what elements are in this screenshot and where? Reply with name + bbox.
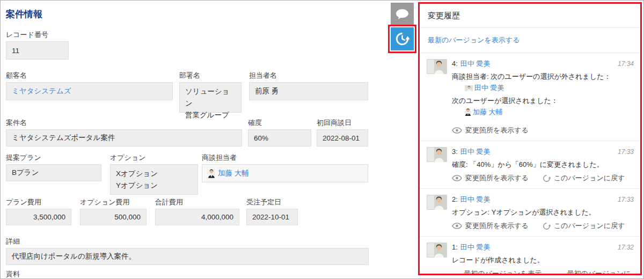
field-label: 部署名 <box>179 71 241 79</box>
field-value: 60% <box>248 129 311 146</box>
eye-icon <box>452 127 462 134</box>
field-first-meeting-date: 初回商談日 2022-08-01 <box>317 119 368 146</box>
removed-user-link[interactable]: 田中 愛美 <box>474 83 504 93</box>
eye-icon <box>452 275 460 275</box>
field-department: 部署名 ソリューション 営業グループ <box>179 71 241 113</box>
user-link[interactable]: 田中 愛美 <box>460 147 491 156</box>
show-first-version-action[interactable]: 最初のバージョンを表示する <box>452 269 543 275</box>
field-detail: 詳細 代理店向けポータルの新規導入案件。 <box>6 237 369 265</box>
show-latest-version-link[interactable]: 最新のバージョンを表示する <box>428 36 519 44</box>
field-value: 2022-10-01 <box>246 209 298 225</box>
user-avatar-small <box>465 108 471 116</box>
change-description: 確度: 「40%」から「60%」に変更されました。 <box>452 159 634 170</box>
change-description: 商談担当者: 次のユーザーの選択が外されました： <box>452 71 634 82</box>
user-avatar <box>427 195 447 210</box>
field-label: 商談担当者 <box>202 153 368 161</box>
field-case-name: 案件名 ミヤタシステムズポータル案件 <box>6 119 242 146</box>
field-value: Xオプション Yオプション <box>110 164 198 195</box>
revert-version-action[interactable]: このバージョンに戻す <box>543 222 625 230</box>
panel-title: 変更履歴 <box>420 4 640 28</box>
record-history-icon <box>395 32 409 46</box>
field-label: 担当者名 <box>249 71 368 79</box>
field-value: 前原 勇 <box>249 82 368 100</box>
timestamp: 17:32 <box>618 243 634 252</box>
field-value: 代理店向けポータルの新規導入案件。 <box>6 248 369 265</box>
change-description: 次のユーザーが選択されました： <box>452 96 634 106</box>
comment-bubble-icon <box>396 9 409 20</box>
user-link[interactable]: 田中 愛美 <box>460 243 491 252</box>
field-value: 3,500,000 <box>6 209 71 225</box>
change-description: レコードが作成されました。 <box>452 255 634 266</box>
field-customer-name: 顧客名 ミヤタシステムズ <box>6 71 173 100</box>
field-label: 受注予定日 <box>246 198 298 206</box>
field-label: プラン費用 <box>6 198 71 206</box>
field-label: 合計費用 <box>155 198 239 206</box>
field-label: 案件名 <box>6 119 242 127</box>
show-changes-action[interactable]: 変更箇所を表示する <box>452 222 529 230</box>
field-label: 提案プラン <box>6 153 101 161</box>
version-number: 3: <box>452 147 458 156</box>
version-number: 4: <box>452 59 458 68</box>
change-description: オプション: Yオプションが選択されました。 <box>452 207 634 218</box>
user-avatar <box>427 59 447 74</box>
history-entry: 3: 田中 愛美 17:33 確度: 「40%」から「60%」に変更されました。… <box>420 141 640 189</box>
field-value: ミヤタシステムズポータル案件 <box>6 129 242 146</box>
field-label: レコード番号 <box>6 31 69 39</box>
field-label: 詳細 <box>6 237 369 245</box>
field-label: 顧客名 <box>6 71 173 79</box>
field-probability: 確度 60% <box>248 119 311 146</box>
field-value: 500,000 <box>80 209 147 225</box>
field-expected-order-date: 受注予定日 2022-10-01 <box>246 198 298 225</box>
timestamp: 17:34 <box>618 60 634 69</box>
field-contact-name: 担当者名 前原 勇 <box>249 71 368 100</box>
revert-version-action[interactable]: このバージョンに戻す <box>543 174 625 182</box>
field-label: 確度 <box>248 119 311 127</box>
user-link[interactable]: 田中 愛美 <box>460 59 491 68</box>
field-label: 資料 <box>6 270 20 278</box>
timestamp: 17:33 <box>618 195 634 204</box>
field-option-cost: オプション費用 500,000 <box>80 198 147 225</box>
history-entry: 2: 田中 愛美 17:33 オプション: Yオプションが選択されました。 変更… <box>420 189 640 237</box>
field-options: オプション Xオプション Yオプション <box>110 153 198 195</box>
field-label: 初回商談日 <box>317 119 368 127</box>
history-entry: 4: 田中 愛美 17:34 商談担当者: 次のユーザーの選択が外されました： … <box>420 53 640 141</box>
field-value: 2022-08-01 <box>317 129 368 146</box>
user-avatar-icon <box>208 169 215 178</box>
version-number: 2: <box>452 195 458 204</box>
revert-icon <box>543 222 551 230</box>
history-button[interactable] <box>391 27 414 50</box>
page-title: 案件情報 <box>6 8 42 20</box>
revert-first-version-action[interactable]: 最初のバージョンに戻す <box>557 269 634 275</box>
field-total-cost: 合計費用 4,000,000 <box>155 198 239 225</box>
field-label: オプション <box>110 153 198 161</box>
eye-icon <box>452 175 462 181</box>
field-material: 資料 <box>6 270 20 279</box>
field-value: Bプラン <box>6 164 101 181</box>
history-entry: 1: 田中 愛美 17:32 レコードが作成されました。 最初のバージョンを表示… <box>420 237 640 275</box>
field-proposal-plan: 提案プラン Bプラン <box>6 153 101 181</box>
field-value: 11 <box>6 41 69 60</box>
show-changes-action[interactable]: 変更箇所を表示する <box>452 174 529 182</box>
field-sales-rep: 商談担当者 加藤 大輔 <box>202 153 368 182</box>
field-value: ソリューション 営業グループ <box>179 82 241 113</box>
eye-icon <box>452 223 462 229</box>
sales-rep-link[interactable]: 加藤 大輔 <box>218 168 249 178</box>
show-changes-action[interactable]: 変更箇所を表示する <box>452 126 529 135</box>
field-value: 4,000,000 <box>155 209 239 225</box>
revert-icon <box>543 174 551 182</box>
customer-link[interactable]: ミヤタシステムズ <box>12 86 71 96</box>
user-avatar <box>427 147 447 162</box>
added-user-link[interactable]: 加藤 大輔 <box>473 107 503 117</box>
field-label: オプション費用 <box>80 198 147 206</box>
user-avatar <box>427 243 447 258</box>
comment-button[interactable] <box>391 3 414 26</box>
version-number: 1: <box>452 243 458 252</box>
revert-icon <box>557 274 564 276</box>
field-record-number: レコード番号 11 <box>6 31 69 60</box>
user-link[interactable]: 田中 愛美 <box>460 195 491 204</box>
history-button-highlight <box>388 25 416 53</box>
change-history-panel: 変更履歴 最新のバージョンを表示する 4: 田中 愛美 17:34 商談担当者:… <box>418 2 642 275</box>
field-plan-cost: プラン費用 3,500,000 <box>6 198 71 225</box>
timestamp: 17:33 <box>618 148 634 157</box>
record-detail-screen: 案件情報 レコード番号 11 顧客名 ミヤタシステムズ 部署名 ソリューション … <box>0 0 644 279</box>
